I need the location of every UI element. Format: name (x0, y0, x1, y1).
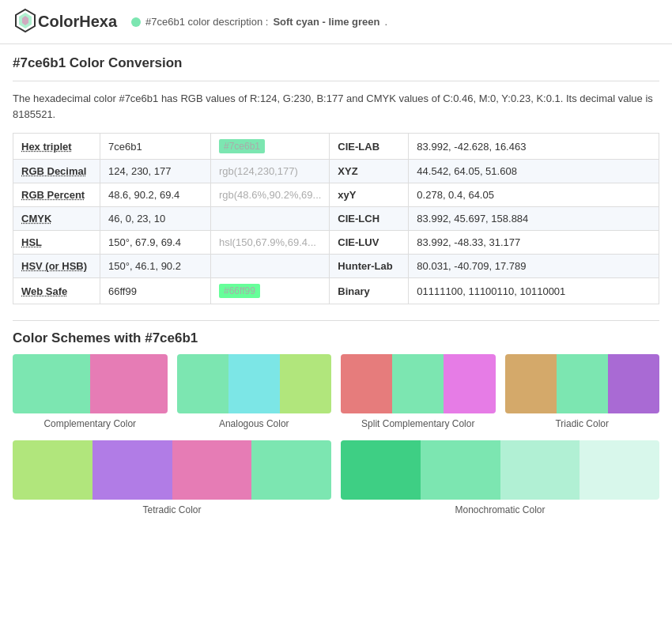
scheme-item[interactable]: Split Complementary Color (341, 354, 496, 429)
swatch-color (228, 354, 280, 413)
scheme-swatch (341, 354, 496, 413)
swatch-color (13, 354, 90, 413)
swatch-color (580, 440, 659, 500)
row-value: 46, 0, 23, 10 (100, 207, 211, 231)
row-right-value: 83.992, 45.697, 158.884 (409, 207, 659, 231)
scheme-label: Complementary Color (43, 418, 136, 429)
row-right-value: 01111100, 11100110, 10110001 (409, 278, 659, 304)
row-right-value: 83.992, -42.628, 16.463 (409, 134, 659, 160)
scheme-swatch (13, 354, 168, 413)
schemes-grid-top: Complementary ColorAnalogous ColorSplit … (13, 354, 659, 429)
row-right-value: 44.542, 64.05, 51.608 (409, 160, 659, 183)
row-right-label: Binary (330, 278, 409, 304)
row-right-label: CIE-LUV (330, 231, 409, 255)
row-value: 48.6, 90.2, 69.4 (100, 183, 211, 207)
header-desc-text: #7ce6b1 color description : (145, 16, 268, 28)
swatch-color (92, 440, 172, 500)
row-value: 66ff99 (100, 278, 211, 304)
row-label: Web Safe (13, 278, 100, 304)
swatch-color (500, 440, 580, 500)
row-value: 124, 230, 177 (100, 160, 211, 183)
scheme-swatch (505, 354, 660, 413)
row-right-value: 83.992, -48.33, 31.177 (409, 231, 659, 255)
swatch-color (608, 354, 659, 413)
color-dot (131, 17, 141, 27)
row-right-label: Hunter-Lab (330, 255, 409, 278)
swatch-color (557, 354, 608, 413)
row-right-label: xyY (330, 183, 409, 207)
scheme-item[interactable]: Monochromatic Color (341, 440, 659, 515)
row-value: 150°, 46.1, 90.2 (100, 255, 211, 278)
table-row: Hex triplet7ce6b1#7ce6b1CIE-LAB83.992, -… (13, 134, 659, 160)
table-row: HSV (or HSB)150°, 46.1, 90.2Hunter-Lab80… (13, 255, 659, 278)
scheme-label: Tetradic Color (142, 504, 201, 515)
conversion-title: #7ce6b1 Color Conversion (13, 55, 659, 71)
scheme-swatch (177, 354, 332, 413)
schemes-title: Color Schemes with #7ce6b1 (13, 330, 659, 346)
swatch-color (280, 354, 331, 413)
scheme-label: Triadic Color (555, 418, 609, 429)
swatch-color (341, 354, 392, 413)
row-preview (211, 255, 330, 278)
conversion-table: Hex triplet7ce6b1#7ce6b1CIE-LAB83.992, -… (13, 133, 659, 304)
scheme-swatch (341, 440, 659, 500)
row-label: RGB Decimal (13, 160, 100, 183)
row-label: HSL (13, 231, 100, 255)
swatch-color (505, 354, 557, 413)
scheme-label: Split Complementary Color (361, 418, 474, 429)
row-preview: rgb(124,230,177) (211, 160, 330, 183)
scheme-item[interactable]: Tetradic Color (13, 440, 331, 515)
schemes-grid-bottom: Tetradic ColorMonochromatic Color (13, 440, 659, 515)
row-label: RGB Percent (13, 183, 100, 207)
header-description: #7ce6b1 color description : Soft cyan - … (131, 16, 387, 28)
scheme-label: Analogous Color (219, 418, 289, 429)
table-row: RGB Percent48.6, 90.2, 69.4rgb(48.6%,90.… (13, 183, 659, 207)
scheme-item[interactable]: Analogous Color (177, 354, 332, 429)
row-preview: #7ce6b1 (211, 134, 330, 160)
description-text: The hexadecimal color #7ce6b1 has RGB va… (13, 91, 659, 122)
scheme-item[interactable]: Triadic Color (505, 354, 660, 429)
swatch-color (177, 354, 228, 413)
row-value: 150°, 67.9, 69.4 (100, 231, 211, 255)
row-preview (211, 207, 330, 231)
table-row: HSL150°, 67.9, 69.4hsl(150,67.9%,69.4...… (13, 231, 659, 255)
main-content: #7ce6b1 Color Conversion The hexadecimal… (0, 44, 672, 527)
swatch-color (421, 440, 500, 500)
row-value: 7ce6b1 (100, 134, 211, 160)
row-right-label: XYZ (330, 160, 409, 183)
color-name-label: Soft cyan - lime green (273, 16, 379, 28)
row-preview: #66ff99 (211, 278, 330, 304)
swatch-color (251, 440, 331, 500)
logo-text[interactable]: ColorHexa (38, 13, 117, 31)
header-period: . (385, 16, 388, 28)
divider-1 (13, 81, 659, 81)
row-right-value: 0.278, 0.4, 64.05 (409, 183, 659, 207)
logo-icon (13, 8, 38, 36)
swatch-color (341, 440, 421, 500)
divider-2 (13, 320, 659, 321)
row-right-value: 80.031, -40.709, 17.789 (409, 255, 659, 278)
table-row: Web Safe66ff99#66ff99Binary01111100, 111… (13, 278, 659, 304)
row-label: HSV (or HSB) (13, 255, 100, 278)
row-right-label: CIE-LAB (330, 134, 409, 160)
header: ColorHexa #7ce6b1 color description : So… (0, 0, 672, 44)
scheme-swatch (13, 440, 331, 500)
table-row: CMYK46, 0, 23, 10CIE-LCH83.992, 45.697, … (13, 207, 659, 231)
swatch-color (13, 440, 92, 500)
swatch-color (90, 354, 168, 413)
row-label: CMYK (13, 207, 100, 231)
swatch-color (172, 440, 252, 500)
row-preview: hsl(150,67.9%,69.4... (211, 231, 330, 255)
table-row: RGB Decimal124, 230, 177rgb(124,230,177)… (13, 160, 659, 183)
swatch-color (392, 354, 444, 413)
row-right-label: CIE-LCH (330, 207, 409, 231)
scheme-item[interactable]: Complementary Color (13, 354, 168, 429)
row-label: Hex triplet (13, 134, 100, 160)
scheme-label: Monochromatic Color (455, 504, 545, 515)
swatch-color (444, 354, 495, 413)
row-preview: rgb(48.6%,90.2%,69... (211, 183, 330, 207)
